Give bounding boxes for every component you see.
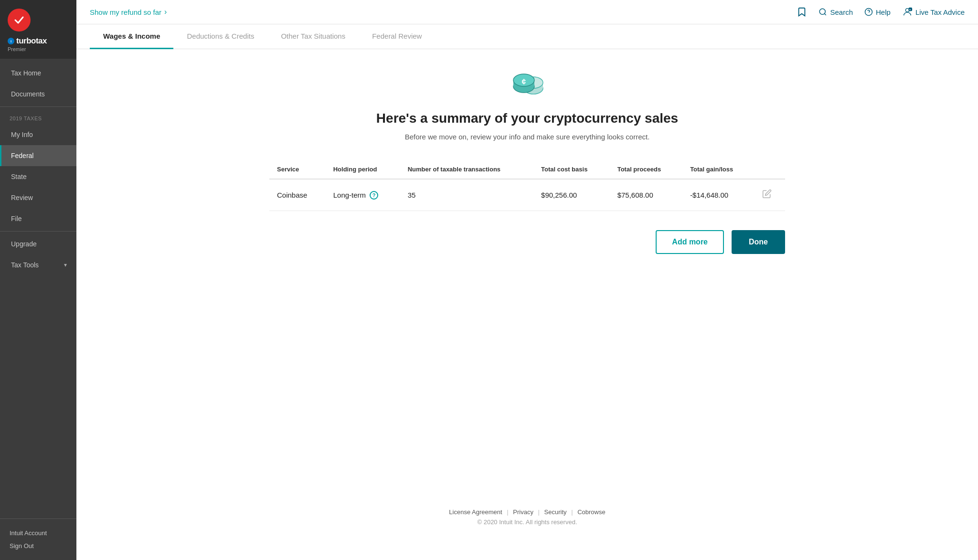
cell-edit	[755, 179, 785, 211]
topbar: Show my refund so far › Search	[76, 0, 978, 24]
col-header-service: Service	[269, 160, 326, 179]
sidebar-item-upgrade[interactable]: Upgrade	[0, 233, 76, 254]
help-icon	[864, 8, 873, 16]
sidebar-item-intuit-account[interactable]: Intuit Account	[10, 527, 67, 539]
cell-transactions: 35	[400, 179, 533, 211]
cobrowse-link[interactable]: Cobrowse	[577, 508, 606, 516]
nav-divider-2	[0, 231, 76, 232]
security-link[interactable]: Security	[544, 508, 567, 516]
footer: License Agreement | Privacy | Security |…	[115, 493, 940, 541]
sidebar: i turbotax Premier Tax Home Documents 20…	[0, 0, 76, 560]
add-more-button[interactable]: Add more	[656, 230, 724, 254]
done-button[interactable]: Done	[732, 230, 785, 254]
turbotax-logo-icon	[8, 9, 31, 32]
cell-proceeds: $75,608.00	[610, 179, 682, 211]
cell-cost-basis: $90,256.00	[533, 179, 610, 211]
help-action[interactable]: Help	[864, 8, 891, 16]
sidebar-item-my-info[interactable]: My Info	[0, 124, 76, 145]
col-header-cost-basis: Total cost basis	[533, 160, 610, 179]
crypto-summary-table: Service Holding period Number of taxable…	[269, 160, 785, 211]
svg-point-3	[905, 9, 909, 12]
action-row: Add more Done	[269, 230, 785, 254]
svg-text:¢: ¢	[522, 78, 526, 86]
sidebar-item-file[interactable]: File	[0, 208, 76, 229]
privacy-link[interactable]: Privacy	[513, 508, 533, 516]
cell-gain-loss: -$14,648.00	[682, 179, 755, 211]
tab-wages-income[interactable]: Wages & Income	[90, 24, 173, 49]
cell-service: Coinbase	[269, 179, 326, 211]
footer-links: License Agreement | Privacy | Security |…	[130, 508, 925, 516]
svg-text:▶: ▶	[909, 8, 912, 11]
sidebar-item-sign-out[interactable]: Sign Out	[10, 539, 67, 552]
tab-other-tax[interactable]: Other Tax Situations	[267, 24, 359, 49]
main-content: Show my refund so far › Search	[76, 0, 978, 560]
turbotax-name: turbotax	[16, 36, 47, 46]
search-icon	[819, 8, 827, 16]
sidebar-item-federal[interactable]: Federal	[0, 145, 76, 166]
sidebar-item-tax-tools[interactable]: Tax Tools ▾	[0, 254, 76, 275]
main-tabs: Wages & Income Deductions & Credits Othe…	[76, 24, 978, 49]
topbar-actions: Search Help ▶ Live Tax Advice	[797, 7, 965, 17]
sidebar-item-documents[interactable]: Documents	[0, 84, 76, 105]
sidebar-item-review[interactable]: Review	[0, 187, 76, 208]
copyright-text: © 2020 Intuit Inc. All rights reserved.	[130, 518, 925, 526]
chevron-down-icon: ▾	[64, 262, 67, 268]
tab-deductions-credits[interactable]: Deductions & Credits	[173, 24, 267, 49]
nav-divider	[0, 106, 76, 107]
intuit-logo-dot: i	[8, 38, 14, 44]
page-content: ¢ Here's a summary of your cryptocurrenc…	[76, 49, 978, 560]
tab-federal-review[interactable]: Federal Review	[359, 24, 435, 49]
col-header-actions	[755, 160, 785, 179]
refund-link[interactable]: Show my refund so far ›	[90, 8, 167, 16]
nav-section-label: 2019 TAXES	[0, 109, 76, 124]
col-header-gain-loss: Total gain/loss	[682, 160, 755, 179]
col-header-proceeds: Total proceeds	[610, 160, 682, 179]
cell-holding-period: Long-term ?	[326, 179, 400, 211]
sidebar-item-state[interactable]: State	[0, 166, 76, 187]
bookmark-icon	[797, 7, 807, 17]
sidebar-item-tax-home[interactable]: Tax Home	[0, 63, 76, 84]
page-subtitle: Before we move on, review your info and …	[405, 133, 650, 141]
holding-period-help-icon[interactable]: ?	[370, 191, 378, 200]
svg-point-0	[820, 9, 826, 14]
turbotax-tier: Premier	[8, 46, 47, 52]
crypto-icon: ¢	[506, 68, 549, 101]
sidebar-navigation: Tax Home Documents 2019 TAXES My Info Fe…	[0, 59, 76, 518]
chevron-right-icon: ›	[164, 8, 167, 16]
live-tax-action[interactable]: ▶ Live Tax Advice	[902, 7, 965, 17]
sidebar-logo: i turbotax Premier	[0, 0, 76, 59]
col-header-transactions: Number of taxable transactions	[400, 160, 533, 179]
page-title: Here's a summary of your cryptocurrency …	[376, 111, 678, 126]
search-action[interactable]: Search	[819, 8, 853, 16]
edit-icon[interactable]	[762, 191, 772, 201]
license-agreement-link[interactable]: License Agreement	[449, 508, 502, 516]
table-row: Coinbase Long-term ? 35 $90,256.00 $75,6…	[269, 179, 785, 211]
turbotax-brand: i turbotax Premier	[8, 36, 47, 52]
sidebar-bottom: Intuit Account Sign Out	[0, 518, 76, 560]
col-header-holding: Holding period	[326, 160, 400, 179]
bookmark-action[interactable]	[797, 7, 807, 17]
person-icon: ▶	[902, 7, 913, 17]
